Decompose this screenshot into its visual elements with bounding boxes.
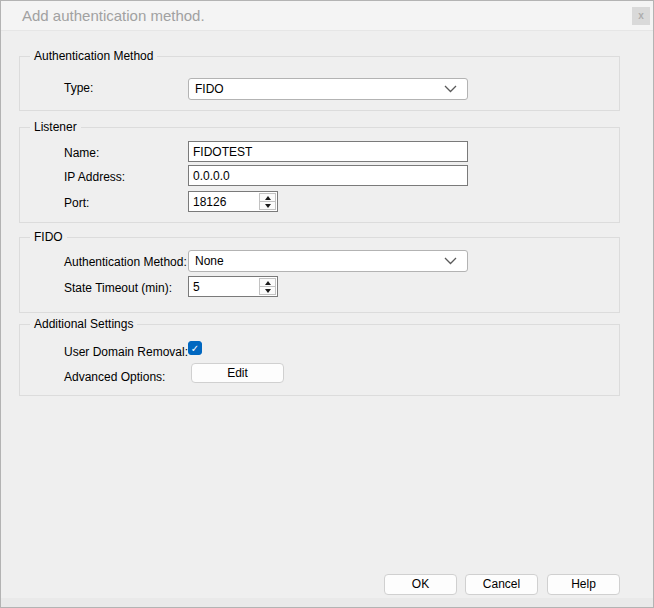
cancel-button[interactable]: Cancel (465, 574, 538, 595)
state-timeout-spin-buttons (259, 278, 276, 295)
port-spin-down-button[interactable] (260, 201, 275, 209)
close-icon: x (638, 10, 644, 21)
authentication-method-label: Authentication Method: (64, 255, 187, 269)
port-spinner[interactable] (188, 191, 278, 212)
state-timeout-spin-up-button[interactable] (260, 279, 275, 286)
authentication-method-group: Authentication Method Type: FIDO (19, 56, 620, 111)
group-title-additional-settings: Additional Settings (30, 317, 137, 331)
up-arrow-icon (265, 196, 271, 200)
authentication-method-combobox-value: None (189, 254, 444, 268)
state-timeout-label: State Timeout (min): (64, 281, 172, 295)
port-spin-up-button[interactable] (260, 194, 275, 201)
name-input[interactable] (188, 141, 468, 162)
edit-button[interactable]: Edit (191, 363, 284, 383)
fido-group: FIDO Authentication Method: None State T… (19, 237, 620, 313)
chevron-down-icon (444, 257, 457, 265)
name-label: Name: (64, 146, 99, 160)
add-authentication-method-dialog: Add authentication method. x Authenticat… (0, 0, 654, 608)
down-arrow-icon (265, 289, 271, 293)
chevron-down-icon (444, 85, 457, 93)
port-label: Port: (64, 196, 89, 210)
port-spin-buttons (259, 193, 276, 210)
advanced-options-label: Advanced Options: (64, 370, 165, 384)
user-domain-removal-label: User Domain Removal: (64, 345, 188, 359)
ok-button[interactable]: OK (384, 574, 457, 595)
port-input[interactable] (189, 192, 258, 211)
down-arrow-icon (265, 204, 271, 208)
ip-address-input[interactable] (188, 165, 468, 186)
type-label: Type: (64, 81, 93, 95)
dialog-title: Add authentication method. (22, 1, 205, 30)
state-timeout-spin-down-button[interactable] (260, 286, 275, 294)
window-bottom-edge (1, 598, 653, 607)
check-icon: ✓ (191, 343, 199, 354)
group-title-authentication-method: Authentication Method (30, 49, 157, 63)
state-timeout-spinner[interactable] (188, 276, 278, 297)
help-button[interactable]: Help (547, 574, 620, 595)
up-arrow-icon (265, 281, 271, 285)
authentication-method-combobox[interactable]: None (188, 250, 468, 272)
additional-settings-group: Additional Settings User Domain Removal:… (19, 324, 620, 396)
type-combobox[interactable]: FIDO (188, 78, 468, 100)
ip-address-label: IP Address: (64, 170, 125, 184)
group-title-listener: Listener (30, 120, 81, 134)
group-title-fido: FIDO (30, 230, 67, 244)
close-button[interactable]: x (632, 7, 650, 25)
titlebar: Add authentication method. x (1, 1, 653, 31)
user-domain-removal-checkbox[interactable]: ✓ (188, 341, 202, 355)
type-combobox-value: FIDO (189, 82, 444, 96)
listener-group: Listener Name: IP Address: Port: (19, 127, 620, 223)
state-timeout-input[interactable] (189, 277, 258, 296)
